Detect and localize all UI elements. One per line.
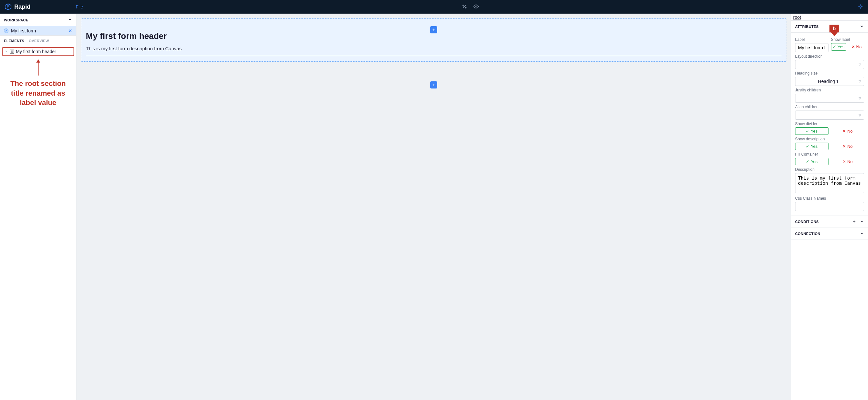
annotation-marker-k: k [791, 184, 791, 194]
file-menu[interactable]: File [76, 4, 83, 9]
logo-icon [4, 3, 12, 10]
annotation-marker-i: i [791, 142, 791, 151]
right-sidebar: b a c d e f g h i j k root ATTRIBUTES La… [791, 14, 868, 400]
chevron-down-icon [860, 24, 864, 29]
svg-point-2 [860, 5, 862, 7]
attributes-section-body: Label Show label ✓Yes ✕No Layout directi… [791, 33, 868, 216]
attr-showlabel-label: Show label [831, 37, 864, 42]
annotation-marker-d: d [791, 72, 791, 82]
showdivider-yes-button[interactable]: ✓Yes [795, 127, 829, 135]
chevron-down-icon [4, 49, 8, 54]
annotation-marker-f: f [791, 100, 791, 110]
workspace-item[interactable]: My first form ✕ [0, 26, 76, 36]
breadcrumb-root[interactable]: root [791, 14, 868, 21]
form-description: This is my first form description from C… [86, 46, 781, 51]
label-input[interactable] [795, 43, 829, 52]
heading-size-select[interactable]: Heading 1▽ [795, 77, 864, 86]
layout-direction-select[interactable]: ▽ [795, 60, 864, 69]
showlabel-yes-button[interactable]: ✓Yes [831, 43, 846, 51]
conditions-section-label: CONDITIONS [795, 220, 819, 224]
add-element-bottom-button[interactable] [430, 81, 437, 88]
attributes-section-label: ATTRIBUTES [795, 25, 819, 29]
annotation-marker-g: g [791, 114, 791, 123]
css-class-input[interactable] [795, 202, 864, 211]
sun-icon[interactable] [858, 4, 864, 10]
description-textarea[interactable] [795, 173, 864, 193]
fill-yes-button[interactable]: ✓Yes [795, 158, 829, 165]
conditions-section-header[interactable]: CONDITIONS [791, 216, 868, 228]
brand-logo: Rapid [4, 3, 30, 10]
workspace-item-label: My first form [11, 28, 68, 33]
annotation-text: The root section title renamed as label … [0, 76, 76, 111]
eye-icon[interactable] [473, 4, 479, 10]
attr-align-label: Align children [795, 105, 864, 109]
tab-elements[interactable]: ELEMENTS [4, 39, 24, 43]
section-icon: ⊞ [10, 50, 14, 54]
chevron-down-icon [860, 231, 864, 236]
align-children-select[interactable]: ▽ [795, 111, 864, 120]
magic-wand-icon[interactable] [462, 4, 467, 10]
add-element-top-button[interactable] [430, 26, 437, 33]
showdesc-yes-button[interactable]: ✓Yes [795, 143, 829, 150]
attr-heading-label: Heading size [795, 71, 864, 76]
showdesc-no-button[interactable]: ✕No [831, 143, 864, 150]
chevron-down-icon [68, 17, 72, 23]
showdivider-no-button[interactable]: ✕No [831, 127, 864, 135]
attr-css-label: Css Class Names [795, 196, 864, 201]
canvas-selected-section[interactable]: My first form header This is my first fo… [81, 19, 786, 62]
attr-showdesc-label: Show description [795, 137, 864, 141]
attr-justify-label: Justify children [795, 88, 864, 92]
annotation-marker-h: h [791, 128, 791, 138]
attr-layout-label: Layout direction [795, 54, 864, 59]
close-icon[interactable]: ✕ [68, 28, 72, 33]
attr-label-label: Label [795, 37, 829, 42]
svg-point-1 [475, 5, 477, 7]
canvas[interactable]: My first form header This is my first fo… [76, 14, 791, 400]
form-divider [86, 56, 781, 56]
left-sidebar: WORKSPACE My first form ✕ ELEMENTS OVERV… [0, 14, 76, 400]
workspace-section-label: WORKSPACE [4, 18, 29, 22]
attr-fill-label: Fill Container [795, 152, 864, 156]
connection-section-label: CONNECTION [795, 232, 820, 236]
topbar: Rapid File [0, 0, 868, 13]
justify-children-select[interactable]: ▽ [795, 94, 864, 103]
showlabel-no-button[interactable]: ✕No [849, 43, 864, 51]
annotation-marker-e: e [791, 86, 791, 96]
fill-no-button[interactable]: ✕No [831, 158, 864, 165]
plus-icon[interactable] [852, 219, 856, 224]
brand-text: Rapid [14, 4, 30, 10]
chevron-down-icon [860, 219, 864, 224]
attr-showdivider-label: Show divider [795, 121, 864, 126]
annotation-marker-c: c [791, 58, 791, 68]
tree-item-label: My first form header [16, 49, 56, 54]
annotation-arrow [0, 59, 76, 76]
workspace-section-header[interactable]: WORKSPACE [0, 14, 76, 26]
annotation-marker-b: b [830, 25, 839, 36]
tab-overview[interactable]: OVERVIEW [29, 39, 49, 43]
tree-root-item[interactable]: ⊞ My first form header [2, 47, 74, 56]
attr-desc-label: Description [795, 167, 864, 172]
check-circle-icon [4, 29, 8, 33]
annotation-marker-j: j [791, 162, 791, 172]
annotation-marker-a: a [791, 44, 791, 54]
connection-section-header[interactable]: CONNECTION [791, 228, 868, 240]
